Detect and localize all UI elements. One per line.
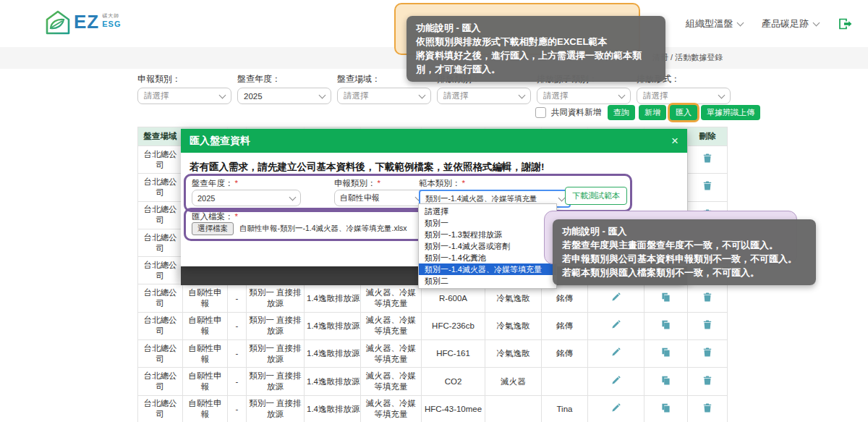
copy-icon[interactable]	[661, 403, 671, 413]
label-text: 範本類別：	[419, 179, 461, 187]
filter-select-3[interactable]: 請選擇	[337, 88, 431, 104]
delete-icon[interactable]	[703, 376, 712, 385]
action-button-2[interactable]: 新增	[639, 105, 666, 120]
table-cell: 1.4逸散排放源	[305, 284, 361, 312]
select-value: 請選擇	[144, 90, 169, 101]
delete-icon[interactable]	[703, 181, 712, 190]
modal-header: 匯入盤查資料 ×	[181, 129, 687, 153]
table-action-cell	[688, 146, 728, 174]
nav-item-label: 產品碳足跡	[762, 17, 809, 30]
top-nav: 組織型溫盤產品碳足跡	[686, 0, 852, 47]
filter-select-1[interactable]: 請選擇	[137, 88, 231, 104]
edit-icon[interactable]	[611, 376, 621, 385]
copy-icon[interactable]	[661, 320, 671, 329]
highlight-box-file-row: 匯入檔案：* 選擇檔案 自願性申報-類別一-1.4滅火器、冷媒等填充量.xlsx	[184, 208, 444, 241]
logout-icon[interactable]	[838, 17, 852, 30]
edit-icon[interactable]	[611, 320, 621, 329]
action-button-3[interactable]: 匯入	[670, 105, 697, 120]
tooltip-body: 若盤查年度與主畫面盤查年度不一致，不可以匯入。 若申報類別與公司基本資料申報類別…	[562, 239, 807, 280]
dropdown-option-5[interactable]: 類別一-1.4化糞池	[419, 252, 556, 263]
choose-file-button[interactable]: 選擇檔案	[192, 222, 234, 235]
table-action-cell	[588, 312, 644, 339]
table-cell: 1.4逸散排放源	[305, 312, 361, 339]
edit-icon[interactable]	[611, 403, 621, 413]
nav-item-1[interactable]: 組織型溫盤	[686, 17, 743, 30]
delete-icon[interactable]	[703, 153, 712, 163]
table-cell: 台北總公司	[138, 229, 183, 256]
modal-report-select[interactable]: 自願性申報	[334, 190, 427, 206]
shared-data-checkbox-label: 共同資料新增	[551, 107, 601, 118]
delete-icon[interactable]	[703, 403, 712, 413]
chevron-down-icon	[718, 91, 726, 98]
file-input-row: 選擇檔案 自願性申報-類別一-1.4滅火器、冷媒等填充量.xlsx	[192, 222, 407, 235]
filter-select-5[interactable]: 請選擇	[537, 88, 631, 104]
table-cell: 滅火器、冷媒等填充量	[361, 368, 422, 395]
filter-group-2: 盤查年度：2025	[237, 73, 331, 104]
chevron-down-icon	[319, 91, 326, 98]
copy-icon[interactable]	[661, 347, 671, 357]
delete-icon[interactable]	[703, 320, 712, 329]
delete-icon[interactable]	[703, 292, 712, 302]
logo-text: EZ	[74, 9, 99, 34]
highlight-box-template-row: 盤查年度：* 2025 申報類別：* 自願性申報 範本類別：* 類別一-1.4滅…	[184, 174, 632, 212]
dropdown-option-3[interactable]: 類別一-1.3製程排放源	[419, 229, 556, 240]
table-cell: HFC-236cb	[422, 312, 485, 339]
select-value: 請選擇	[344, 90, 369, 101]
table-cell: CO2	[422, 368, 485, 395]
selected-file-name: 自願性申報-類別一-1.4滅火器、冷媒等填充量.xlsx	[239, 224, 407, 234]
table-cell: 類別一 直接排放源	[247, 340, 305, 368]
table-cell: 自願性申報	[183, 312, 228, 339]
action-button-1[interactable]: 查詢	[608, 105, 635, 120]
close-icon[interactable]: ×	[671, 135, 678, 147]
table-cell: 自願性申報	[183, 368, 228, 395]
template-dropdown: 請選擇類別一類別一-1.3製程排放源類別一-1.4滅火器或溶劑類別一-1.4化糞…	[418, 203, 557, 289]
table-action-cell	[644, 340, 688, 368]
table-action-cell	[588, 284, 644, 312]
dropdown-option-1[interactable]: 請選擇	[419, 206, 556, 217]
edit-icon[interactable]	[611, 347, 621, 357]
filter-select-4[interactable]: 請選擇	[437, 88, 531, 104]
select-value: 自願性申報	[340, 193, 380, 203]
filter-select-6[interactable]: 請選擇	[637, 88, 731, 104]
chevron-down-icon	[618, 91, 626, 98]
table-action-cell	[688, 395, 728, 422]
table-cell	[542, 368, 588, 395]
tooltip-body: 依照類別與排放形式下載相對應的EXCEL範本 將資料填好之後，進行匯入，上方需選…	[416, 35, 656, 77]
dropdown-option-4[interactable]: 類別一-1.4滅火器或溶劑	[419, 240, 556, 252]
table-cell: 類別一 直接排放源	[247, 368, 305, 395]
required-mark: *	[378, 179, 380, 187]
logo-sub-bottom: ESG	[102, 20, 121, 28]
action-button-4[interactable]: 單據辨識上傳	[701, 105, 760, 120]
action-buttons: 查詢新增匯入單據辨識上傳	[608, 105, 760, 120]
page: EZ 碳大師 ESG 組織型溫盤產品碳足跡 清冊 / 活動數據登錄 申報類別：請…	[0, 0, 868, 422]
delete-icon[interactable]	[703, 347, 712, 357]
nav-item-2[interactable]: 產品碳足跡	[762, 17, 819, 30]
table-cell: 台北總公司	[138, 340, 183, 368]
table-header-site: 盤查場域	[138, 127, 183, 146]
table-action-cell	[688, 340, 728, 368]
edit-icon[interactable]	[611, 292, 621, 302]
table-action-cell	[644, 312, 688, 339]
dropdown-option-7[interactable]: 類別二	[419, 275, 556, 287]
table-action-cell	[688, 368, 728, 395]
table-action-cell	[688, 312, 728, 339]
copy-icon[interactable]	[661, 292, 671, 302]
chevron-down-icon	[737, 19, 744, 26]
select-value: 類別一-1.4滅火器、冷媒等填充量	[425, 194, 537, 204]
dropdown-option-2[interactable]: 類別一	[419, 217, 556, 229]
copy-icon[interactable]	[661, 376, 671, 385]
tooltip-import-right: 功能說明 - 匯入 若盤查年度與主畫面盤查年度不一致，不可以匯入。 若申報類別與…	[553, 219, 816, 285]
download-template-button[interactable]: 下載測試範本	[565, 187, 627, 205]
table-cell: 台北總公司	[138, 146, 183, 174]
dropdown-option-6[interactable]: 類別一-1.4滅火器、冷媒等填充量	[419, 263, 556, 275]
actions-row: 共同資料新增 查詢新增匯入單據辨識上傳	[535, 105, 760, 120]
table-cell: 台北總公司	[138, 174, 183, 201]
shared-data-checkbox[interactable]	[535, 107, 546, 118]
modal-intro-text: 若有匯入需求，請先建立公司基本資料後，下載範例檔案，並依照格式編輯，謝謝!	[190, 161, 545, 174]
table-action-cell	[688, 174, 728, 201]
filter-select-2[interactable]: 2025	[237, 88, 331, 104]
table-cell: -	[228, 340, 247, 368]
table-cell: 台北總公司	[138, 201, 183, 229]
modal-year-select[interactable]: 2025	[192, 190, 301, 206]
table-cell: Tina	[542, 395, 588, 422]
